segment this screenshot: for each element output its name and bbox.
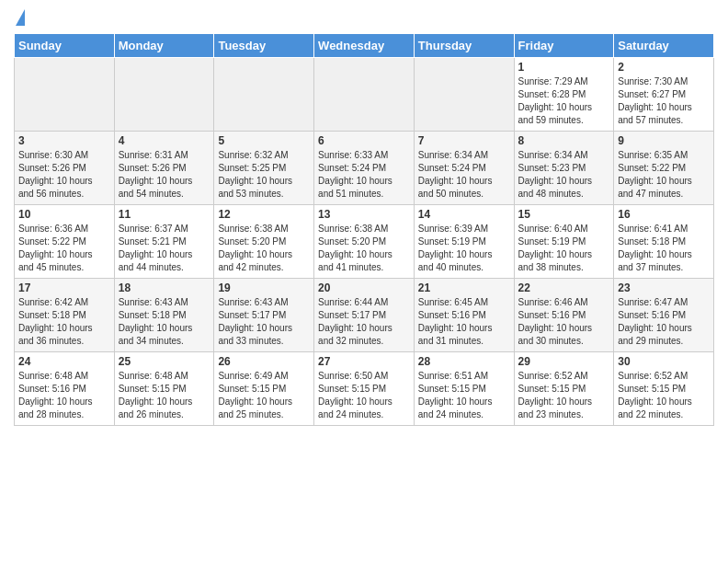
day-info: Sunrise: 6:48 AM Sunset: 5:16 PM Dayligh… bbox=[18, 370, 110, 421]
calendar-day-cell: 10Sunrise: 6:36 AM Sunset: 5:22 PM Dayli… bbox=[15, 205, 115, 279]
day-info: Sunrise: 6:34 AM Sunset: 5:23 PM Dayligh… bbox=[518, 149, 610, 201]
calendar-week-row: 24Sunrise: 6:48 AM Sunset: 5:16 PM Dayli… bbox=[15, 352, 714, 426]
day-number: 3 bbox=[18, 134, 110, 147]
day-number: 26 bbox=[218, 355, 310, 368]
day-number: 1 bbox=[518, 61, 610, 74]
calendar-day-cell bbox=[114, 58, 214, 132]
day-info: Sunrise: 6:38 AM Sunset: 5:20 PM Dayligh… bbox=[318, 223, 410, 274]
day-info: Sunrise: 7:29 AM Sunset: 6:28 PM Dayligh… bbox=[518, 75, 610, 127]
day-of-week-header: Saturday bbox=[614, 34, 714, 58]
day-number: 8 bbox=[518, 134, 610, 147]
calendar-day-cell: 5Sunrise: 6:32 AM Sunset: 5:25 PM Daylig… bbox=[214, 132, 314, 205]
day-of-week-header: Thursday bbox=[414, 34, 514, 58]
calendar-day-cell: 28Sunrise: 6:51 AM Sunset: 5:15 PM Dayli… bbox=[414, 352, 514, 426]
calendar-day-cell: 24Sunrise: 6:48 AM Sunset: 5:16 PM Dayli… bbox=[15, 352, 115, 426]
day-number: 23 bbox=[618, 282, 710, 294]
day-info: Sunrise: 6:36 AM Sunset: 5:22 PM Dayligh… bbox=[18, 223, 110, 274]
day-info: Sunrise: 6:52 AM Sunset: 5:15 PM Dayligh… bbox=[618, 370, 710, 421]
calendar-day-cell: 25Sunrise: 6:48 AM Sunset: 5:15 PM Dayli… bbox=[114, 352, 214, 426]
day-number: 7 bbox=[418, 134, 510, 147]
day-number: 14 bbox=[418, 208, 510, 221]
day-info: Sunrise: 6:43 AM Sunset: 5:17 PM Dayligh… bbox=[218, 296, 310, 348]
day-info: Sunrise: 6:40 AM Sunset: 5:19 PM Dayligh… bbox=[518, 223, 610, 274]
calendar-day-cell: 14Sunrise: 6:39 AM Sunset: 5:19 PM Dayli… bbox=[414, 205, 514, 279]
day-of-week-header: Wednesday bbox=[314, 34, 415, 58]
day-number: 10 bbox=[18, 208, 110, 221]
day-info: Sunrise: 6:41 AM Sunset: 5:18 PM Dayligh… bbox=[618, 223, 710, 274]
calendar-week-row: 17Sunrise: 6:42 AM Sunset: 5:18 PM Dayli… bbox=[15, 279, 714, 352]
header bbox=[14, 9, 714, 26]
calendar-day-cell: 16Sunrise: 6:41 AM Sunset: 5:18 PM Dayli… bbox=[614, 205, 714, 279]
calendar-day-cell bbox=[15, 58, 115, 132]
calendar-day-cell: 20Sunrise: 6:44 AM Sunset: 5:17 PM Dayli… bbox=[314, 279, 415, 352]
calendar: SundayMondayTuesdayWednesdayThursdayFrid… bbox=[14, 33, 714, 426]
day-number: 11 bbox=[119, 208, 210, 221]
day-of-week-header: Sunday bbox=[15, 34, 115, 58]
day-number: 9 bbox=[618, 134, 710, 147]
day-number: 5 bbox=[218, 134, 310, 147]
calendar-day-cell: 17Sunrise: 6:42 AM Sunset: 5:18 PM Dayli… bbox=[15, 279, 115, 352]
day-number: 28 bbox=[418, 355, 510, 368]
calendar-day-cell: 21Sunrise: 6:45 AM Sunset: 5:16 PM Dayli… bbox=[414, 279, 514, 352]
day-number: 6 bbox=[318, 134, 410, 147]
day-number: 29 bbox=[518, 355, 610, 368]
calendar-body: 1Sunrise: 7:29 AM Sunset: 6:28 PM Daylig… bbox=[15, 58, 714, 426]
calendar-day-cell: 8Sunrise: 6:34 AM Sunset: 5:23 PM Daylig… bbox=[514, 132, 614, 205]
calendar-day-cell: 4Sunrise: 6:31 AM Sunset: 5:26 PM Daylig… bbox=[114, 132, 214, 205]
day-info: Sunrise: 6:50 AM Sunset: 5:15 PM Dayligh… bbox=[318, 370, 410, 421]
day-info: Sunrise: 6:43 AM Sunset: 5:18 PM Dayligh… bbox=[119, 296, 210, 348]
calendar-day-cell: 19Sunrise: 6:43 AM Sunset: 5:17 PM Dayli… bbox=[214, 279, 314, 352]
day-of-week-header: Monday bbox=[114, 34, 214, 58]
day-number: 22 bbox=[518, 282, 610, 294]
logo-triangle-icon bbox=[16, 9, 25, 26]
day-info: Sunrise: 6:49 AM Sunset: 5:15 PM Dayligh… bbox=[218, 370, 310, 421]
day-number: 20 bbox=[318, 282, 410, 294]
calendar-week-row: 1Sunrise: 7:29 AM Sunset: 6:28 PM Daylig… bbox=[15, 58, 714, 132]
day-info: Sunrise: 6:48 AM Sunset: 5:15 PM Dayligh… bbox=[119, 370, 210, 421]
day-info: Sunrise: 6:51 AM Sunset: 5:15 PM Dayligh… bbox=[418, 370, 510, 421]
day-info: Sunrise: 6:47 AM Sunset: 5:16 PM Dayligh… bbox=[618, 296, 710, 348]
day-number: 13 bbox=[318, 208, 410, 221]
calendar-day-cell: 15Sunrise: 6:40 AM Sunset: 5:19 PM Dayli… bbox=[514, 205, 614, 279]
day-number: 2 bbox=[618, 61, 710, 74]
calendar-day-cell: 18Sunrise: 6:43 AM Sunset: 5:18 PM Dayli… bbox=[114, 279, 214, 352]
day-number: 4 bbox=[119, 134, 210, 147]
day-number: 16 bbox=[618, 208, 710, 221]
day-info: Sunrise: 6:30 AM Sunset: 5:26 PM Dayligh… bbox=[18, 149, 110, 201]
day-number: 15 bbox=[518, 208, 610, 221]
day-info: Sunrise: 6:52 AM Sunset: 5:15 PM Dayligh… bbox=[518, 370, 610, 421]
calendar-day-cell: 27Sunrise: 6:50 AM Sunset: 5:15 PM Dayli… bbox=[314, 352, 415, 426]
calendar-day-cell: 22Sunrise: 6:46 AM Sunset: 5:16 PM Dayli… bbox=[514, 279, 614, 352]
day-number: 24 bbox=[18, 355, 110, 368]
calendar-day-cell: 13Sunrise: 6:38 AM Sunset: 5:20 PM Dayli… bbox=[314, 205, 415, 279]
day-info: Sunrise: 6:46 AM Sunset: 5:16 PM Dayligh… bbox=[518, 296, 610, 348]
day-number: 17 bbox=[18, 282, 110, 294]
day-number: 25 bbox=[119, 355, 210, 368]
day-info: Sunrise: 6:39 AM Sunset: 5:19 PM Dayligh… bbox=[418, 223, 510, 274]
calendar-day-cell: 23Sunrise: 6:47 AM Sunset: 5:16 PM Dayli… bbox=[614, 279, 714, 352]
calendar-day-cell: 11Sunrise: 6:37 AM Sunset: 5:21 PM Dayli… bbox=[114, 205, 214, 279]
calendar-day-cell: 9Sunrise: 6:35 AM Sunset: 5:22 PM Daylig… bbox=[614, 132, 714, 205]
page-container: SundayMondayTuesdayWednesdayThursdayFrid… bbox=[0, 0, 728, 435]
day-info: Sunrise: 7:30 AM Sunset: 6:27 PM Dayligh… bbox=[618, 75, 710, 127]
calendar-day-cell: 1Sunrise: 7:29 AM Sunset: 6:28 PM Daylig… bbox=[514, 58, 614, 132]
calendar-day-cell: 3Sunrise: 6:30 AM Sunset: 5:26 PM Daylig… bbox=[15, 132, 115, 205]
calendar-day-cell: 29Sunrise: 6:52 AM Sunset: 5:15 PM Dayli… bbox=[514, 352, 614, 426]
calendar-header: SundayMondayTuesdayWednesdayThursdayFrid… bbox=[15, 34, 714, 58]
day-info: Sunrise: 6:45 AM Sunset: 5:16 PM Dayligh… bbox=[418, 296, 510, 348]
day-info: Sunrise: 6:33 AM Sunset: 5:24 PM Dayligh… bbox=[318, 149, 410, 201]
day-number: 21 bbox=[418, 282, 510, 294]
calendar-day-cell: 12Sunrise: 6:38 AM Sunset: 5:20 PM Dayli… bbox=[214, 205, 314, 279]
day-info: Sunrise: 6:42 AM Sunset: 5:18 PM Dayligh… bbox=[18, 296, 110, 348]
day-info: Sunrise: 6:34 AM Sunset: 5:24 PM Dayligh… bbox=[418, 149, 510, 201]
day-info: Sunrise: 6:31 AM Sunset: 5:26 PM Dayligh… bbox=[119, 149, 210, 201]
day-info: Sunrise: 6:35 AM Sunset: 5:22 PM Dayligh… bbox=[618, 149, 710, 201]
day-number: 19 bbox=[218, 282, 310, 294]
day-number: 12 bbox=[218, 208, 310, 221]
day-of-week-header: Friday bbox=[514, 34, 614, 58]
calendar-day-cell bbox=[214, 58, 314, 132]
calendar-day-cell: 26Sunrise: 6:49 AM Sunset: 5:15 PM Dayli… bbox=[214, 352, 314, 426]
day-number: 30 bbox=[618, 355, 710, 368]
day-info: Sunrise: 6:38 AM Sunset: 5:20 PM Dayligh… bbox=[218, 223, 310, 274]
days-of-week-row: SundayMondayTuesdayWednesdayThursdayFrid… bbox=[15, 34, 714, 58]
